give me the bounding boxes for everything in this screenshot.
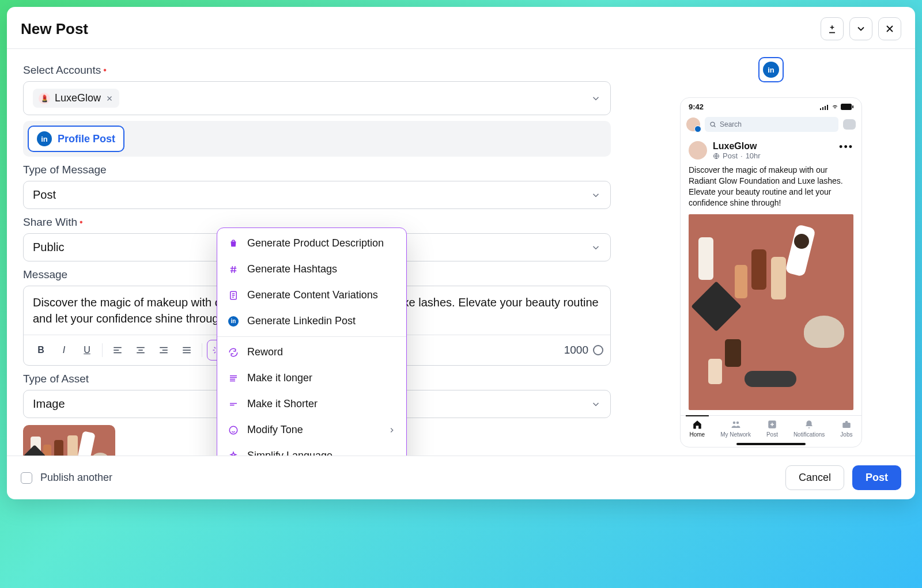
align-right-icon [158,345,169,355]
type-message-value: Post [33,188,56,202]
align-justify-button[interactable] [176,340,197,361]
linkedin-icon: in [763,62,779,78]
profile-post-chip[interactable]: in Profile Post [28,126,124,152]
bell-icon [804,419,814,430]
ai-modify-tone[interactable]: Modify Tone [217,417,406,443]
asset-type-value: Image [33,397,65,411]
svg-point-10 [732,422,735,424]
align-justify-icon [182,345,192,355]
svg-rect-7 [852,105,853,108]
ai-item-label: Make it longer [247,372,312,384]
chip-avatar-icon: 💄 [39,93,50,104]
type-message-select[interactable]: Post [23,181,611,209]
char-counter: 1000 [564,344,603,356]
ai-item-label: Generate Content Variations [247,289,378,301]
chevron-down-icon [855,23,867,35]
align-center-button[interactable] [130,340,151,361]
cancel-button[interactable]: Cancel [785,465,844,490]
product-flatlay-image [23,425,115,456]
phone-preview: 9:42 Search [680,97,862,447]
refresh-icon [228,347,239,358]
ai-make-longer[interactable]: Make it longer [217,365,406,391]
type-message-label: Type of Message [23,164,611,176]
add-collapse-button[interactable] [821,17,844,40]
preview-post-meta: Post · 10hr [713,151,833,160]
ai-item-label: Simplify Language [247,450,332,456]
svg-rect-2 [820,108,821,110]
ai-reword[interactable]: Reword [217,339,406,365]
preview-avatar [686,117,700,131]
svg-point-11 [736,422,739,424]
align-center-icon [135,345,146,355]
tab-label: Jobs [840,431,852,438]
tab-label: My Network [720,431,751,438]
new-post-modal: New Post Select Accounts• 💄 [7,7,915,499]
shorter-icon [228,399,239,410]
italic-button[interactable]: I [54,340,74,361]
chevron-down-icon [591,190,601,200]
search-icon [709,121,716,128]
preview-search-row: Search [681,113,861,136]
required-dot: • [103,66,107,75]
menu-divider [217,336,406,337]
ai-item-label: Make it Shorter [247,398,318,410]
ai-item-label: Modify Tone [247,424,303,436]
smile-icon [228,424,239,436]
preview-post-header: LuxeGlow Post · 10hr ••• [689,141,853,160]
collapse-button[interactable] [849,17,872,40]
tab-label: Post [766,431,778,438]
close-button[interactable] [878,17,901,40]
tab-home: Home [689,419,705,438]
tab-jobs: Jobs [840,419,852,438]
preview-search-field: Search [705,117,838,132]
plus-square-icon [767,419,777,430]
ai-make-shorter[interactable]: Make it Shorter [217,391,406,417]
briefcase-icon [841,419,852,430]
svg-rect-6 [841,104,852,110]
account-chips: 💄 LuxeGlow [33,89,119,108]
toolbar-divider [202,343,202,357]
chevron-right-icon [388,426,396,434]
home-icon [692,419,702,430]
tab-notifications: Notifications [793,419,825,438]
hashtag-icon [228,264,239,275]
battery-icon [841,104,853,110]
asset-thumbnail[interactable] [23,425,115,456]
preview-post-text: Discover the magic of makeup with our Ra… [689,165,853,208]
status-indicators [820,104,853,110]
preview-post-avatar [689,141,707,160]
ai-generate-hashtags[interactable]: Generate Hashtags [217,256,406,282]
phone-status-bar: 9:42 [681,98,861,113]
chip-remove[interactable] [105,94,114,103]
post-button[interactable]: Post [852,465,901,490]
ai-generate-description[interactable]: Generate Product Description [217,230,406,256]
chevron-down-icon [591,93,601,104]
tab-post: Post [766,419,778,438]
ai-item-label: Generate Product Description [247,237,384,249]
preview-post-image [689,214,853,410]
align-left-button[interactable] [107,340,128,361]
bold-button[interactable]: B [31,340,51,361]
preview-search-placeholder: Search [720,120,742,128]
publish-another-checkbox[interactable] [21,472,32,484]
tab-network: My Network [720,419,751,438]
tab-label: Home [689,431,705,438]
ai-item-label: Generate Hashtags [247,263,337,275]
modal-footer: Publish another Cancel Post [7,456,915,499]
underline-button[interactable]: U [77,340,97,361]
status-time: 9:42 [689,103,704,111]
ai-generate-linkedin[interactable]: in Generate Linkedin Post [217,308,406,334]
preview-network-toggle[interactable]: in [758,57,784,82]
align-left-icon [112,345,123,355]
ai-simplify[interactable]: Simplify Language [217,443,406,456]
publish-another-label: Publish another [40,472,112,484]
bag-icon [228,238,239,249]
svg-rect-5 [827,105,828,110]
preview-meta-time: 10hr [746,151,761,160]
accounts-select[interactable]: 💄 LuxeGlow [23,81,611,115]
align-right-button[interactable] [153,340,174,361]
ai-generate-variations[interactable]: Generate Content Variations [217,282,406,308]
svg-point-1 [229,426,237,434]
account-chip: 💄 LuxeGlow [33,89,119,108]
sparkle-icon [228,450,239,456]
